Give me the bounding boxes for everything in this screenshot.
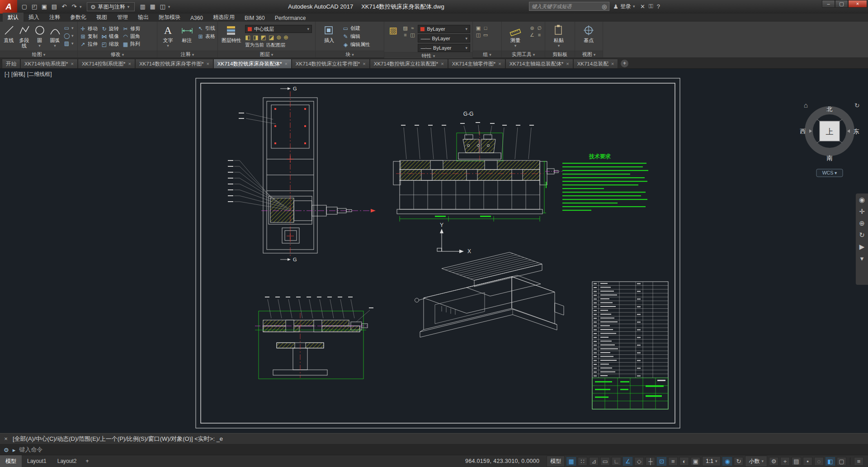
- tab-bim360[interactable]: BIM 360: [240, 14, 270, 22]
- graphics-performance-icon[interactable]: ◧: [826, 457, 835, 466]
- viewcube-top-face[interactable]: 上: [826, 127, 834, 136]
- hatch-tool-icon[interactable]: ▨▾: [64, 40, 75, 47]
- panel-title-layers[interactable]: 图层▾: [218, 51, 315, 57]
- layout2-tab[interactable]: Layout2: [52, 456, 82, 467]
- stay-connected-icon[interactable]: ⚿: [649, 3, 653, 10]
- new-layout-button[interactable]: +: [82, 456, 92, 467]
- units-dropdown[interactable]: 小数▾: [745, 456, 767, 467]
- command-input[interactable]: ⚙ ▸ 键入命令: [0, 444, 868, 455]
- wcs-dropdown[interactable]: WCS ▾: [822, 170, 837, 175]
- view-control[interactable]: [俯视]: [11, 71, 25, 77]
- panel-title-groups[interactable]: 组▾: [473, 51, 501, 57]
- application-menu-button[interactable]: A: [0, 0, 17, 14]
- tab-addins[interactable]: 附加模块: [154, 13, 185, 22]
- isolate-objects-icon[interactable]: ◌: [814, 457, 824, 466]
- color-picker-icon[interactable]: ▨: [402, 25, 408, 31]
- annotation-monitor-icon[interactable]: +: [780, 457, 790, 466]
- dynamic-input-icon[interactable]: ▭: [600, 457, 610, 466]
- array-button[interactable]: ▦ 阵列: [123, 41, 140, 47]
- tab-close-icon[interactable]: ×: [284, 61, 287, 66]
- stretch-button[interactable]: ↗ 拉伸: [80, 41, 98, 47]
- tab-performance[interactable]: Performance: [270, 14, 311, 22]
- search-icon[interactable]: ◎: [602, 3, 607, 10]
- snap-icon[interactable]: ∷: [578, 457, 587, 466]
- insert-block-button[interactable]: 插入: [318, 23, 340, 43]
- linetype-icon[interactable]: ≈: [409, 25, 415, 31]
- navigation-wheel-icon[interactable]: ◉: [859, 196, 865, 203]
- workspace-dropdown[interactable]: ⚙ 草图与注释 ▾: [87, 2, 135, 11]
- block-edit-button[interactable]: ✎ 编辑: [343, 33, 370, 40]
- zoom-icon[interactable]: ⊕: [859, 220, 865, 226]
- model-space-toggle[interactable]: 模型: [547, 456, 565, 467]
- object-color-dropdown[interactable]: ByLayer ▾: [418, 25, 470, 33]
- panel-title-block[interactable]: 块▾: [316, 51, 384, 57]
- tab-close-icon[interactable]: ×: [498, 61, 501, 66]
- lock-ui-icon[interactable]: ▪: [803, 457, 812, 466]
- transparency-icon[interactable]: ◐: [679, 457, 689, 466]
- annotation-autoscale-icon[interactable]: ↻: [734, 457, 743, 466]
- group-selectable-icon[interactable]: ▭: [482, 32, 489, 38]
- plot-icon[interactable]: ▤: [50, 2, 59, 11]
- workspace-switching-icon[interactable]: ⚙: [769, 457, 778, 466]
- mirror-button[interactable]: ⋈ 镜像: [101, 33, 119, 40]
- text-button[interactable]: A 文字▾: [160, 23, 176, 48]
- drawing-sheet[interactable]: G G: [195, 78, 680, 429]
- block-edit-attr-button[interactable]: ◈ 编辑属性: [343, 41, 370, 48]
- block-create-button[interactable]: ▭ 创建: [343, 25, 370, 32]
- save-icon[interactable]: ▣: [40, 2, 49, 11]
- search-input[interactable]: 键入关键字或短语 ◎: [529, 2, 609, 11]
- quick-properties-icon[interactable]: ▤: [792, 457, 801, 466]
- tab-home[interactable]: 默认: [3, 13, 24, 22]
- viewcube-west[interactable]: 西: [800, 128, 806, 135]
- model-tab[interactable]: 模型: [0, 455, 22, 467]
- tab-close-icon[interactable]: ×: [611, 61, 614, 66]
- file-tab-column-assembly[interactable]: XK714数控铣床立柱装配图* ×: [370, 59, 448, 68]
- qat-customize-icon[interactable]: ▾: [168, 5, 172, 9]
- layout1-tab[interactable]: Layout1: [22, 456, 52, 467]
- layer-walk-icon[interactable]: ⊚: [276, 34, 281, 41]
- infer-constraints-icon[interactable]: ⊿: [589, 457, 599, 466]
- ortho-icon[interactable]: ∟: [612, 457, 621, 466]
- file-tab-bed-part[interactable]: XK714数控铣床床身零件图* ×: [135, 59, 213, 68]
- annotation-scale-dropdown[interactable]: 1:1▾: [702, 456, 721, 466]
- paste-button[interactable]: 粘贴▾: [547, 23, 570, 48]
- tab-a360[interactable]: A360: [185, 14, 208, 22]
- leader-button[interactable]: ↖ 引线: [198, 25, 215, 32]
- open-file-icon[interactable]: ◰: [30, 2, 39, 11]
- scale-button[interactable]: ◰ 缩放: [101, 41, 119, 47]
- polar-tracking-icon[interactable]: ∠: [623, 457, 632, 466]
- file-tab-column-part[interactable]: XK714数控铣床立柱零件图* ×: [292, 59, 370, 68]
- new-drawing-button[interactable]: +: [621, 60, 628, 67]
- properties-palette-icon[interactable]: ◫: [158, 2, 167, 11]
- polyline-button[interactable]: 多段线: [18, 23, 31, 48]
- plot-style-icon[interactable]: ◫: [409, 32, 415, 38]
- tab-view[interactable]: 视图: [91, 13, 112, 22]
- undo-caret-icon[interactable]: ▾: [80, 5, 83, 9]
- minimize-button[interactable]: –: [822, 0, 835, 8]
- lineweight-dropdown[interactable]: —·— ByLayer ▾: [418, 44, 470, 52]
- selection-cycling-icon[interactable]: ▣: [691, 457, 700, 466]
- measure-button[interactable]: 测量▾: [504, 23, 527, 48]
- pan-icon[interactable]: ✛: [859, 208, 865, 215]
- tab-insert[interactable]: 插入: [24, 13, 44, 22]
- exchange-apps-icon[interactable]: ✕: [640, 3, 645, 10]
- maximize-button[interactable]: ▢: [835, 0, 848, 8]
- grid-icon[interactable]: ▦: [566, 457, 576, 466]
- help-icon[interactable]: ?: [657, 3, 660, 10]
- annotation-visibility-icon[interactable]: ◉: [722, 457, 732, 466]
- osnap-tracking-icon[interactable]: ┼: [646, 457, 655, 466]
- layer-dropdown[interactable]: 中心线层 ▾: [245, 25, 312, 33]
- tab-close-icon[interactable]: ×: [128, 61, 131, 66]
- file-tab-control[interactable]: XK714控制系统图* ×: [78, 59, 135, 68]
- table-button[interactable]: ⊞ 表格: [198, 33, 215, 40]
- close-button[interactable]: ×: [848, 0, 867, 8]
- file-tab-bed-assembly[interactable]: XK714数控铣床床身装配体* ×: [213, 59, 292, 68]
- quick-calc-icon[interactable]: ∅: [536, 25, 542, 31]
- undo-icon[interactable]: ↶: [60, 2, 69, 11]
- tab-parametric[interactable]: 参数化: [65, 13, 91, 22]
- rectangle-tool-icon[interactable]: ▭▾: [64, 25, 75, 31]
- tab-annotate[interactable]: 注释: [44, 13, 65, 22]
- visual-style-control[interactable]: [二维线框]: [27, 71, 52, 77]
- file-tab-spindle-part[interactable]: XK714主轴零件图* ×: [448, 59, 505, 68]
- redo-icon[interactable]: ↷: [70, 2, 79, 11]
